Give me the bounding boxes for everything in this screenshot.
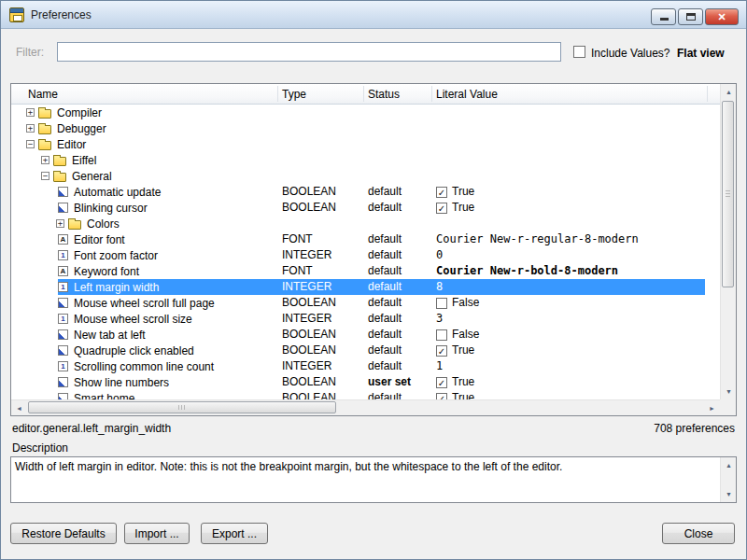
export-button[interactable]: Export ... — [201, 523, 268, 544]
unchecked-checkbox-icon[interactable] — [436, 329, 447, 341]
selected-preference-path: editor.general.left_margin_width — [12, 422, 171, 435]
scrollbar-corner — [720, 399, 736, 415]
scroll-up-icon[interactable]: ▲ — [722, 458, 736, 472]
tree-row-blinking-cursor[interactable]: Blinking cursorBOOLEANdefault✓True — [11, 200, 720, 216]
expand-icon[interactable]: + — [26, 108, 35, 117]
value-text: Courier New-r-regular-8-modern — [436, 231, 639, 247]
title-bar[interactable]: Preferences ✕ — [1, 1, 746, 29]
close-window-button[interactable]: ✕ — [705, 8, 739, 25]
flat-view-button[interactable]: Flat view — [677, 47, 725, 60]
description-box: Width of left margin in editor. Note: th… — [10, 456, 737, 503]
tree-row-new-tab-at-left[interactable]: New tab at leftBOOLEANdefaultFalse — [11, 327, 720, 343]
status-cell: default — [368, 247, 402, 263]
column-header-status[interactable]: Status — [368, 84, 400, 105]
scroll-down-icon[interactable]: ▼ — [722, 487, 736, 501]
value-text: True — [452, 343, 474, 358]
include-values-checkbox[interactable] — [573, 46, 585, 58]
tree-row-smart-home[interactable]: Smart homeBOOLEANdefault✓True — [11, 390, 720, 399]
tree-row-colors[interactable]: +Colors — [11, 216, 720, 231]
preference-font-icon: A — [58, 266, 68, 276]
tree-row-mouse-wheel-scroll-size[interactable]: 1Mouse wheel scroll sizeINTEGERdefault3 — [11, 311, 720, 327]
tree-row-scrolling-common-line-count[interactable]: 1Scrolling common line countINTEGERdefau… — [11, 358, 720, 374]
tree-row-font-zoom-factor[interactable]: 1Font zoom factorINTEGERdefault0 — [11, 247, 720, 263]
status-cell: default — [368, 358, 402, 374]
status-cell: default — [368, 343, 402, 358]
horizontal-scroll-thumb[interactable] — [28, 401, 336, 413]
tree-row-keyword-font[interactable]: AKeyword fontFONTdefaultCourier New-r-bo… — [11, 263, 720, 279]
tree-rows: +Compiler+Debugger−Editor+Eiffel−General… — [11, 105, 720, 399]
tree-row-automatic-update[interactable]: Automatic updateBOOLEANdefault✓True — [11, 184, 720, 200]
tree-row-show-line-numbers[interactable]: Show line numbersBOOLEANuser set✓True — [11, 374, 720, 390]
value-text: True — [452, 374, 474, 390]
type-cell: BOOLEAN — [282, 327, 336, 343]
checked-checkbox-icon[interactable]: ✓ — [436, 187, 447, 198]
preference-int-icon: 1 — [58, 282, 68, 292]
scroll-down-icon[interactable]: ▼ — [722, 385, 736, 399]
import-button[interactable]: Import ... — [124, 523, 190, 544]
value-cell: 8 — [436, 279, 443, 295]
tree-item-label: General — [70, 170, 114, 183]
tree-item-label: Eiffel — [70, 154, 98, 167]
scroll-up-icon[interactable]: ▲ — [722, 85, 736, 99]
description-text: Width of left margin in editor. Note: th… — [15, 460, 715, 474]
filter-label: Filter: — [16, 46, 44, 59]
column-header-name[interactable]: Name — [28, 84, 58, 105]
folder-icon — [53, 173, 66, 182]
horizontal-scrollbar[interactable]: ◄ ► — [11, 399, 720, 415]
collapse-icon[interactable]: − — [41, 172, 49, 180]
expand-icon[interactable]: + — [56, 219, 64, 228]
close-dialog-button[interactable]: Close — [662, 523, 735, 544]
tree-item-label: Debugger — [55, 122, 108, 135]
column-header-type[interactable]: Type — [282, 84, 306, 105]
scroll-left-icon[interactable]: ◄ — [12, 401, 26, 415]
checked-checkbox-icon[interactable]: ✓ — [436, 393, 447, 400]
status-cell: default — [368, 279, 402, 295]
tree-row-general[interactable]: −General — [11, 168, 720, 184]
expand-icon[interactable]: + — [26, 124, 35, 133]
tree-row-compiler[interactable]: +Compiler — [11, 105, 720, 120]
tree-item-label: Editor font — [72, 233, 127, 246]
preference-bool-icon — [58, 345, 68, 356]
checked-checkbox-icon[interactable]: ✓ — [436, 377, 447, 388]
tree-row-editor[interactable]: −Editor — [11, 136, 720, 152]
tree-item-label: Keyword font — [72, 265, 141, 278]
tree-row-debugger[interactable]: +Debugger — [11, 120, 720, 136]
restore-defaults-button[interactable]: Restore Defaults — [10, 523, 117, 544]
checked-checkbox-icon[interactable]: ✓ — [436, 203, 447, 214]
filter-input[interactable] — [57, 42, 561, 62]
tree-row-mouse-wheel-scroll-full-page[interactable]: Mouse wheel scroll full pageBOOLEANdefau… — [11, 295, 720, 311]
value-cell: 0 — [436, 247, 443, 263]
value-cell: ✓True — [436, 343, 474, 358]
column-divider — [431, 86, 432, 102]
vertical-scroll-thumb[interactable] — [722, 101, 734, 287]
column-header-literal-value[interactable]: Literal Value — [436, 84, 498, 105]
tree-item-label: Quadruple click enabled — [72, 344, 196, 357]
value-text: True — [452, 390, 474, 399]
checked-checkbox-icon[interactable]: ✓ — [436, 345, 447, 357]
expand-icon[interactable]: + — [41, 156, 49, 164]
minimize-button[interactable] — [651, 8, 676, 25]
type-cell: BOOLEAN — [282, 200, 336, 216]
tree-item-label: Show line numbers — [72, 376, 171, 389]
tree-item-label: Colors — [85, 217, 121, 231]
tree-row-quadruple-click-enabled[interactable]: Quadruple click enabledBOOLEANdefault✓Tr… — [11, 343, 720, 358]
scroll-right-icon[interactable]: ► — [705, 401, 719, 415]
description-scrollbar[interactable]: ▲ ▼ — [720, 457, 736, 502]
preference-int-icon: 1 — [58, 361, 68, 371]
collapse-icon[interactable]: − — [26, 140, 35, 148]
unchecked-checkbox-icon[interactable] — [436, 298, 447, 309]
status-cell: default — [368, 327, 402, 343]
type-cell: BOOLEAN — [282, 390, 336, 399]
tree-row-left-margin-width[interactable]: 1Left margin widthINTEGERdefault8 — [11, 279, 720, 295]
tree-row-eiffel[interactable]: +Eiffel — [11, 152, 720, 168]
value-cell: ✓True — [436, 390, 474, 399]
preference-bool-icon — [58, 329, 68, 340]
tree-row-editor-font[interactable]: AEditor fontFONTdefaultCourier New-r-reg… — [11, 231, 720, 247]
tree-item-label: Blinking cursor — [72, 202, 149, 215]
tree-item-label: Font zoom factor — [72, 249, 160, 262]
preference-bool-icon — [58, 187, 68, 197]
maximize-button[interactable] — [678, 8, 703, 25]
type-cell: INTEGER — [282, 358, 331, 374]
value-cell: 1 — [436, 358, 443, 374]
vertical-scrollbar[interactable]: ▲ ▼ — [720, 84, 736, 399]
